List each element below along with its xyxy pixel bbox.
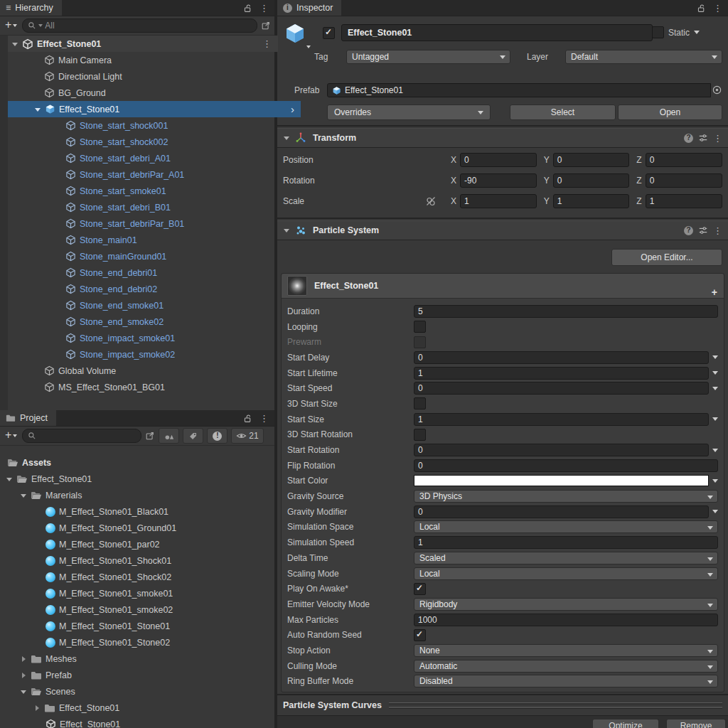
curve-dropdown-arrow[interactable] — [712, 510, 718, 513]
lock-icon[interactable] — [243, 414, 252, 423]
delta-time-dropdown[interactable]: Scaled — [414, 552, 718, 564]
layer-dropdown[interactable]: Default — [565, 50, 722, 64]
kebab-menu-icon[interactable]: ⋮ — [262, 39, 272, 48]
max-particles-field[interactable]: 1000 — [414, 614, 718, 626]
hierarchy-item[interactable]: Stone_end_smoke02 — [8, 314, 332, 330]
project-item-material[interactable]: M_Effect_Stone01_smoke02 — [0, 601, 274, 618]
help-icon[interactable]: ? — [684, 134, 693, 143]
hierarchy-item[interactable]: Stone_start_debriPar_B01 — [8, 215, 332, 232]
kebab-menu-icon[interactable]: ⋮ — [713, 4, 722, 13]
foldout-open-icon[interactable] — [11, 41, 18, 48]
project-item-material[interactable]: M_Effect_Stone01_Shock01 — [0, 552, 274, 569]
kebab-menu-icon[interactable]: ⋮ — [259, 4, 269, 13]
hierarchy-item[interactable]: Stone_start_debri_A01 — [8, 150, 332, 166]
foldout-open-icon[interactable] — [6, 476, 13, 483]
hierarchy-item[interactable]: Stone_start_debriPar_A01 — [8, 166, 332, 183]
3d-start-size-checkbox[interactable] — [414, 397, 426, 410]
scale-x-field[interactable]: 1 — [460, 194, 537, 208]
gravity-modifier-field[interactable]: 0 — [414, 505, 709, 518]
open-new-window-icon[interactable] — [261, 21, 271, 31]
duration-field[interactable]: 5 — [414, 305, 718, 318]
project-item-material[interactable]: M_Effect_Stone01_Stone01 — [0, 618, 274, 634]
hierarchy-item[interactable]: Stone_impact_smoke02 — [8, 346, 332, 363]
hierarchy-item[interactable]: Stone_end_debri01 — [8, 264, 332, 281]
static-dropdown-arrow[interactable] — [694, 31, 700, 34]
hierarchy-item[interactable]: Stone_mainGround01 — [8, 248, 332, 264]
lock-icon[interactable] — [243, 4, 252, 13]
project-item-material[interactable]: M_Effect_Stone01_Ground01 — [0, 520, 274, 536]
emitter-velocity-mode-dropdown[interactable]: Rigidbody — [414, 598, 718, 611]
hierarchy-search-input[interactable]: All — [22, 18, 257, 33]
project-item-material[interactable]: M_Effect_Stone01_par02 — [0, 536, 274, 552]
scale-y-field[interactable]: 1 — [553, 194, 630, 208]
hierarchy-item-main-camera[interactable]: Main Camera — [8, 52, 311, 68]
stop-action-dropdown[interactable]: None — [414, 644, 718, 657]
rotation-y-field[interactable]: 0 — [553, 173, 630, 188]
tab-project[interactable]: Project — [0, 410, 56, 426]
foldout-closed-icon[interactable] — [20, 672, 27, 679]
gradient-dropdown-arrow[interactable] — [712, 479, 718, 483]
start-lifetime-field[interactable]: 1 — [414, 367, 709, 380]
lock-icon[interactable] — [697, 4, 706, 13]
name-field[interactable]: Effect_Stone01 — [341, 24, 653, 41]
optimize-button[interactable]: Optimize — [592, 719, 659, 728]
simulation-speed-field[interactable]: 1 — [414, 536, 718, 549]
position-x-field[interactable]: 0 — [460, 153, 537, 167]
gameobject-icon[interactable] — [284, 22, 308, 46]
active-checkbox[interactable] — [323, 27, 335, 39]
start-rotation-field[interactable]: 0 — [414, 444, 709, 456]
search-by-type-button[interactable] — [159, 428, 179, 444]
project-item-folder[interactable]: Effect_Stone01 — [0, 471, 274, 487]
hierarchy-item[interactable]: Stone_end_smoke01 — [8, 297, 332, 314]
object-picker-icon[interactable] — [712, 85, 722, 95]
foldout-open-icon[interactable] — [20, 492, 27, 499]
tag-dropdown[interactable]: Untagged — [346, 50, 510, 64]
flip-rotation-field[interactable]: 0 — [414, 459, 718, 472]
scale-z-field[interactable]: 1 — [646, 194, 722, 208]
simulation-space-dropdown[interactable]: Local — [414, 520, 718, 533]
foldout-closed-icon[interactable] — [33, 705, 41, 712]
curve-dropdown-arrow[interactable] — [712, 449, 718, 452]
create-button[interactable]: + — [4, 431, 18, 441]
prefab-field[interactable]: Effect_Stone01 — [327, 83, 711, 97]
start-delay-field[interactable]: 0 — [414, 351, 709, 364]
culling-mode-dropdown[interactable]: Automatic — [414, 660, 718, 673]
start-speed-field[interactable]: 0 — [414, 382, 709, 395]
hierarchy-item[interactable]: Stone_end_debri02 — [8, 281, 332, 297]
hierarchy-item[interactable]: Stone_start_smoke01 — [8, 183, 332, 199]
project-item-folder[interactable]: Meshes — [0, 651, 274, 667]
splitter-handle[interactable] — [389, 702, 722, 709]
scaling-mode-dropdown[interactable]: Local — [414, 567, 718, 580]
hierarchy-item-directional-light[interactable]: Directional Light — [8, 68, 311, 85]
particle-system-curves-header[interactable]: Particle System Curves — [277, 694, 728, 715]
looping-checkbox[interactable] — [414, 321, 426, 333]
project-item-folder[interactable]: Effect_Stone01 — [0, 700, 274, 716]
hierarchy-item-ms-effect-stone01-bg01[interactable]: MS_Effect_Stone01_BG01 — [8, 379, 311, 395]
3d-start-rotation-checkbox[interactable] — [414, 429, 426, 441]
hierarchy-item[interactable]: Stone_impact_smoke01 — [8, 330, 332, 346]
presets-icon[interactable] — [698, 133, 708, 143]
tab-hierarchy[interactable]: ≡ Hierarchy — [0, 0, 62, 16]
curve-dropdown-arrow[interactable] — [712, 355, 718, 359]
project-item-material[interactable]: M_Effect_Stone01_Stone02 — [0, 634, 274, 651]
project-item-material[interactable]: M_Effect_Stone01_Shock02 — [0, 569, 274, 585]
foldout-open-icon[interactable] — [20, 688, 27, 695]
hierarchy-item[interactable]: Stone_start_shock002 — [8, 134, 332, 150]
module-header[interactable]: Effect_Stone01 + — [282, 274, 724, 299]
curve-dropdown-arrow[interactable] — [712, 387, 718, 390]
rotation-z-field[interactable]: 0 — [646, 173, 722, 188]
curve-dropdown-arrow[interactable] — [712, 417, 718, 421]
curve-dropdown-arrow[interactable] — [712, 371, 718, 375]
auto-random-seed-checkbox[interactable] — [414, 629, 426, 641]
particle-system-header[interactable]: Particle System ? ⋮ — [277, 220, 728, 240]
open-new-window-icon[interactable] — [145, 431, 155, 441]
kebab-menu-icon[interactable]: ⋮ — [259, 414, 269, 423]
play-on-awake-checkbox[interactable] — [414, 583, 426, 595]
create-button[interactable]: + — [4, 21, 18, 31]
remove-button[interactable]: Remove — [666, 719, 726, 728]
project-item-material[interactable]: M_Effect_Stone01_Black01 — [0, 503, 274, 520]
project-item-assets[interactable]: Assets — [0, 454, 274, 471]
start-size-field[interactable]: 1 — [414, 413, 709, 426]
hidden-count-toggle[interactable]: 21 — [231, 428, 263, 444]
hierarchy-item-global-volume[interactable]: Global Volume — [8, 363, 311, 379]
